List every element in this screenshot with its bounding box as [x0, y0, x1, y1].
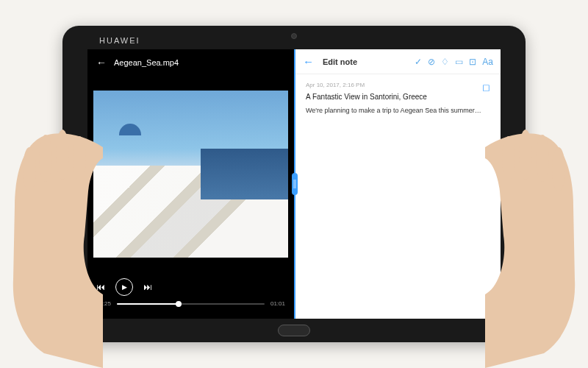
image-icon[interactable]: ▭ — [455, 57, 463, 67]
video-header: ← Aegean_Sea.mp4 — [87, 49, 294, 76]
svg-point-4 — [552, 147, 565, 191]
next-track-icon[interactable]: ⏭ — [143, 282, 152, 292]
progress-bar[interactable] — [117, 303, 265, 305]
clock-icon[interactable]: ⊘ — [428, 57, 435, 67]
video-title: Aegean_Sea.mp4 — [114, 58, 179, 67]
svg-point-5 — [536, 135, 549, 182]
video-frame[interactable] — [93, 91, 288, 258]
split-handle[interactable] — [292, 173, 298, 195]
front-camera — [291, 33, 297, 39]
note-back-icon[interactable]: ← — [303, 55, 314, 68]
tablet-device: HUAWEI ← Aegean_Sea.mp4 ⏮ ▶ ⏭ 00:25 — [62, 26, 526, 342]
device-brand: HUAWEI — [99, 36, 140, 45]
video-controls: ⏮ ▶ ⏭ 00:25 01:01 — [87, 272, 294, 319]
svg-point-1 — [39, 135, 52, 182]
note-body[interactable]: ◻ Apr 10, 2017, 2:16 PM A Fantastic View… — [295, 74, 501, 121]
video-player-pane: ← Aegean_Sea.mp4 ⏮ ▶ ⏭ 00:25 — [87, 49, 294, 319]
bell-icon[interactable]: ♢ — [441, 57, 449, 67]
play-button[interactable]: ▶ — [115, 278, 133, 296]
screen: ← Aegean_Sea.mp4 ⏮ ▶ ⏭ 00:25 — [87, 49, 501, 319]
note-editor-pane: ← Edit note ✓ ⊘ ♢ ▭ ⊡ Aa ◻ Apr 10, 2017,… — [294, 49, 501, 319]
note-headline: A Fantastic View in Santorini, Greece — [306, 93, 490, 101]
bookmark-icon[interactable]: ◻ — [482, 82, 490, 93]
check-icon[interactable]: ✓ — [415, 57, 422, 67]
home-button[interactable] — [278, 325, 310, 336]
note-text: We're planning to make a trip to Aegean … — [306, 107, 490, 114]
current-time: 00:25 — [96, 300, 111, 307]
total-time: 01:01 — [270, 300, 285, 307]
note-toolbar: ✓ ⊘ ♢ ▭ ⊡ Aa — [415, 57, 493, 67]
note-date: Apr 10, 2017, 2:16 PM — [306, 82, 490, 88]
back-arrow-icon[interactable]: ← — [96, 57, 107, 68]
camera-icon[interactable]: ⊡ — [469, 57, 476, 67]
text-style-button[interactable]: Aa — [482, 57, 493, 67]
previous-track-icon[interactable]: ⏮ — [96, 282, 105, 292]
progress-thumb[interactable] — [176, 301, 182, 307]
svg-point-0 — [23, 147, 36, 191]
note-header-title: Edit note — [323, 57, 409, 66]
note-header: ← Edit note ✓ ⊘ ♢ ▭ ⊡ Aa — [295, 49, 501, 74]
